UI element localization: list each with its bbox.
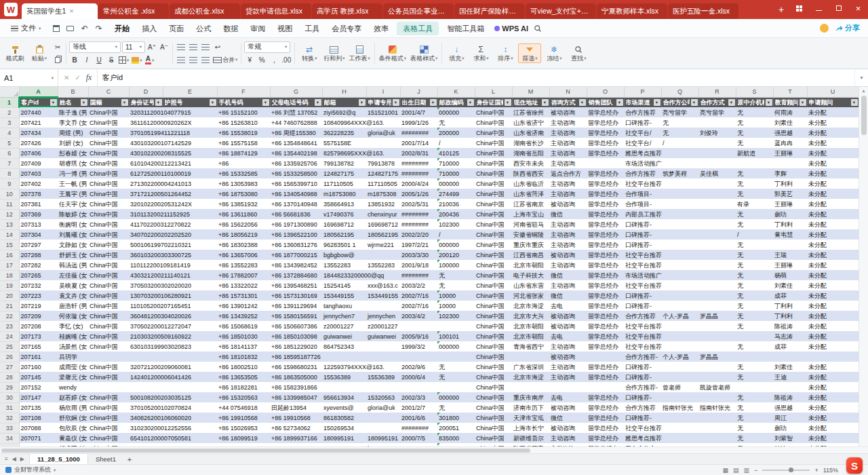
cell[interactable]: 口碑推荐- <box>624 413 661 423</box>
cell[interactable]: +86 18056219 <box>217 229 270 240</box>
cell[interactable]: 北京市朝阳 <box>512 321 549 331</box>
cell[interactable] <box>512 382 549 392</box>
cell[interactable]: +86 15026953 <box>217 423 270 433</box>
column-header-Q[interactable]: Q <box>661 87 698 97</box>
cell[interactable]: 江西省南昌 <box>512 250 549 260</box>
cell[interactable]: 200000 <box>437 128 475 138</box>
cell[interactable]: 亮亏留学 <box>698 107 736 117</box>
cell[interactable]: 未分配 <box>807 107 859 117</box>
cell[interactable] <box>661 199 698 209</box>
cell[interactable]: 主动咨询 <box>549 219 587 229</box>
cell[interactable]: +86 13322022 <box>217 280 270 290</box>
cell[interactable]: 桂婉唯 (女 <box>58 331 88 341</box>
cell[interactable]: China中国 <box>475 148 512 158</box>
cell[interactable]: 411702200312270822 <box>129 219 163 229</box>
cell[interactable]: guiwanwei <box>322 331 366 341</box>
cell[interactable]: 207145 <box>19 372 58 382</box>
new-document-tab-button[interactable]: + <box>774 3 788 16</box>
cell[interactable]: 未分配 <box>807 138 859 148</box>
cell[interactable]: +86 15320563 <box>217 392 270 402</box>
cell[interactable]: 2002/2/20 <box>400 229 437 240</box>
cell[interactable]: jennychen7 <box>322 311 366 321</box>
column-header-B[interactable]: B <box>58 87 88 97</box>
cell[interactable] <box>549 382 587 392</box>
cell[interactable]: bgbgbow@ <box>322 250 366 260</box>
cell[interactable]: 2003/3/30 <box>400 250 437 260</box>
cell[interactable]: 去电 <box>549 301 587 311</box>
cell[interactable]: 被动咨询 <box>549 107 587 117</box>
cell[interactable]: 100101 <box>437 331 475 341</box>
cell[interactable]: 田延龄13954 <box>270 402 322 413</box>
cell[interactable]: 无 <box>736 280 773 290</box>
percent-button[interactable]: % <box>256 55 267 66</box>
cell[interactable]: 何雨涛 <box>773 107 807 117</box>
cell[interactable]: 无 <box>736 128 773 138</box>
cell[interactable] <box>366 382 400 392</box>
cell[interactable]: 蒯玏 <box>773 209 807 219</box>
cell[interactable] <box>661 362 698 372</box>
cell[interactable]: 180562195 <box>366 229 400 240</box>
cell[interactable] <box>698 362 736 372</box>
cell[interactable]: 96283501 1 <box>322 240 366 250</box>
cell[interactable]: 340826200106060020 <box>129 413 163 423</box>
cell[interactable]: 1997/2/21 <box>400 240 437 250</box>
cell[interactable]: 李忆 (女) <box>58 321 88 331</box>
cell[interactable]: 留学总经办 <box>587 128 624 138</box>
undo-button[interactable]: ↶ <box>79 22 90 34</box>
cell[interactable]: 广东省深圳 <box>512 362 549 372</box>
cell[interactable]: 社交平台/ <box>624 138 661 148</box>
cell[interactable]: 罗晶晶 <box>698 352 736 362</box>
row-header-6[interactable]: 6 <box>0 148 19 158</box>
formula-input[interactable]: 客户id <box>98 69 854 86</box>
cell[interactable]: China中国 <box>88 138 129 148</box>
cell[interactable]: 000000 <box>437 341 475 352</box>
cell[interactable]: China中国 <box>88 392 129 402</box>
cell[interactable]: 430321200211140121 <box>129 270 163 280</box>
filter-icon[interactable]: ▾ <box>654 99 660 106</box>
cell[interactable]: 微信 <box>549 290 587 301</box>
menu-item[interactable]: 公式 <box>190 20 217 37</box>
conditional-format-button[interactable]: 条件格式▾ <box>378 44 408 62</box>
filter-icon[interactable]: ▾ <box>616 99 623 106</box>
column-header-J[interactable]: J <box>400 87 437 97</box>
cell[interactable]: 36116120000920262X <box>129 117 163 128</box>
strikethrough-button[interactable]: S <box>106 55 117 66</box>
cell[interactable]: 未分配 <box>807 117 859 128</box>
cell[interactable]: 社交平台推荐 <box>624 260 661 270</box>
cell[interactable]: +86 18753080 <box>217 189 270 199</box>
menu-item[interactable]: 视图 <box>271 20 298 37</box>
row-header-17[interactable]: 17 <box>0 260 19 270</box>
cell[interactable]: gloria@uk <box>366 402 400 413</box>
cell[interactable]: 合作项目- <box>624 199 661 209</box>
cell[interactable]: +86 1582391866 <box>270 382 322 392</box>
cell[interactable]: 被动咨询 <box>549 311 587 321</box>
cell[interactable]: 207421 <box>19 117 58 128</box>
sheet-tab[interactable]: Sheet1 <box>88 454 123 464</box>
cell[interactable]: +86 1370140948 <box>270 199 322 209</box>
scroll-up-icon[interactable]: ▲ <box>861 88 865 94</box>
cell[interactable] <box>366 341 400 352</box>
cell[interactable] <box>773 158 807 168</box>
cell[interactable]: 未分配 <box>807 423 859 433</box>
cell[interactable] <box>129 352 163 362</box>
cell[interactable]: 留学总经办 <box>587 260 624 270</box>
cell[interactable]: 留学总经办 <box>587 117 624 128</box>
cell[interactable]: 合作方推荐 <box>624 311 661 321</box>
cell[interactable]: 310113200211152925 <box>129 209 163 219</box>
cell[interactable]: China中国 <box>475 168 512 178</box>
zoom-slider-thumb[interactable] <box>789 468 793 472</box>
cell[interactable]: 151521001 <box>366 107 400 117</box>
cell[interactable]: 207165 <box>19 341 58 352</box>
cell[interactable]: 2003/2/2 <box>400 280 437 290</box>
cell[interactable]: 去电 <box>549 392 587 402</box>
cell[interactable]: 留学总经办 <box>587 311 624 321</box>
save-button[interactable] <box>50 22 62 34</box>
cell[interactable]: 强思越 <box>773 402 807 413</box>
cell[interactable]: 留学总经办 <box>587 138 624 148</box>
cell[interactable]: 王迪 <box>773 372 807 382</box>
rows-columns-button[interactable]: 行和列▾ <box>322 44 346 62</box>
menu-item[interactable]: 审阅 <box>244 20 271 37</box>
cell[interactable]: +86 56681836 <box>270 209 322 219</box>
cell[interactable]: China中国 <box>475 199 512 209</box>
cell[interactable] <box>366 423 400 433</box>
